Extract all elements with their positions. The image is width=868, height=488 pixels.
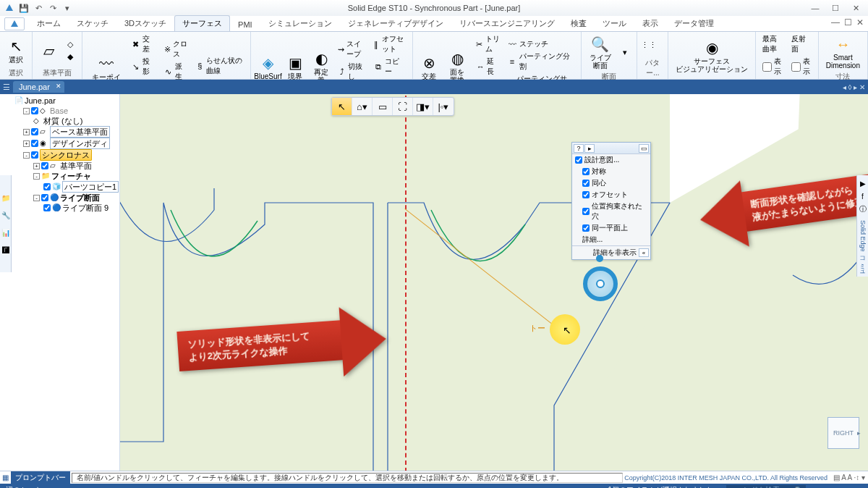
live-section-button[interactable]: 🔍ライブ断面 — [586, 33, 616, 71]
pattern-btn[interactable]: ⋮⋮ — [642, 40, 656, 51]
app-menu-button[interactable] — [3, 1, 16, 14]
lside-icon-4[interactable]: 🅵 — [1, 245, 10, 255]
tree-item[interactable]: +◉デザインボディ — [13, 138, 118, 149]
rside-youtube-icon[interactable]: ▶ — [858, 178, 867, 188]
view-cube[interactable]: RIGHT▸ — [827, 417, 859, 449]
ictb-more-icon[interactable]: |◦▾ — [433, 98, 454, 115]
app-icon[interactable] — [4, 17, 25, 30]
pathfinder-tree[interactable]: 📄June.par -◇Base ◇材質 (なし) +▱ベース基準平面 +◉デザ… — [12, 94, 120, 471]
tab-data[interactable]: データ管理 — [666, 15, 722, 31]
mdi-minimize-icon[interactable]: — — [831, 17, 840, 28]
rside-community-label[interactable]: Solid Edgeコミュ — [858, 217, 867, 274]
mod-extend[interactable]: ↔延長 — [474, 56, 502, 77]
ictb-fit-icon[interactable]: ⛶ — [393, 98, 413, 115]
plane-opt2[interactable]: ◆ — [63, 51, 77, 62]
surf-offset[interactable]: ‖オフセット — [371, 33, 409, 55]
di-row-offset[interactable]: オフセット — [572, 189, 650, 201]
mdi-restore-icon[interactable]: ☐ — [844, 17, 852, 28]
tree-item-selected[interactable]: -シンクロナス — [13, 149, 118, 161]
chk-curvature[interactable]: 最高曲率 — [760, 33, 786, 55]
tree-root[interactable]: 📄June.par — [13, 96, 118, 106]
curve-helix[interactable]: §らせん状の曲線 — [194, 55, 246, 77]
tab-tools[interactable]: ツール — [595, 15, 634, 31]
tree-item[interactable]: ◇材質 (なし) — [13, 116, 118, 126]
tab-3dsketch[interactable]: 3Dスケッチ — [116, 15, 174, 31]
document-tab[interactable]: June.par✕ — [13, 81, 64, 93]
tab-inspect[interactable]: 検査 — [563, 15, 595, 31]
di-row-detail[interactable]: 詳細... — [572, 234, 650, 245]
ictb-style-icon[interactable]: ◨▾ — [413, 98, 433, 115]
tab-home[interactable]: ホーム — [29, 15, 69, 31]
command-search[interactable]: コマンドを検索🔍 — [726, 485, 806, 488]
tree-item[interactable]: -◇Base — [13, 106, 118, 116]
rside-info-icon[interactable]: ⓘ — [858, 204, 867, 214]
select-button[interactable]: ↖選択 — [4, 33, 27, 67]
docstrip-nav[interactable]: ◂ ◊ ▸ ✕ — [843, 83, 865, 91]
tree-item[interactable]: 🔵ライブ断面 9 — [13, 203, 118, 213]
tab-simulation[interactable]: シミュレーション — [260, 15, 340, 31]
surf-sweep[interactable]: ⇝スイープ — [336, 38, 368, 60]
plane-button[interactable]: ▱ — [37, 33, 60, 67]
tab-reverse[interactable]: リバースエンジニアリング — [451, 15, 563, 31]
tab-surface[interactable]: サーフェス — [174, 15, 230, 31]
maximize-button[interactable]: ☐ — [826, 2, 845, 14]
qat-redo-icon[interactable]: ↷ — [46, 1, 59, 14]
curve-project[interactable]: ↘投影 — [129, 56, 158, 77]
ribbon-group-curve: 〰キーポイント ✖交差 ↘投影 ◯コンタ ※クロス ∿派生 ✂分割 §らせん状の… — [82, 32, 251, 79]
di-next-icon[interactable]: ▸ — [584, 144, 595, 153]
lside-icon-3[interactable]: 📊 — [1, 227, 10, 237]
svg-marker-1 — [11, 20, 18, 27]
chk-disp2[interactable]: 表示 — [789, 56, 813, 77]
ictb-view-icon[interactable]: ⌂▾ — [352, 98, 373, 115]
doc-tab-close-icon[interactable]: ✕ — [56, 83, 61, 90]
mod-parting-split[interactable]: ≡パーティング分割 — [505, 51, 576, 72]
wheel-knob[interactable] — [596, 255, 603, 262]
tree-item[interactable]: +▱ベース基準平面 — [13, 126, 118, 138]
tab-pmi[interactable]: PMI — [230, 17, 260, 31]
smart-dimension-button[interactable]: ↔Smart Dimension — [823, 33, 863, 71]
graphics-canvas[interactable]: ↖ ⌂▾ ▭ ⛶ ◨▾ |◦▾ ?▸ ▭ 設計意図... 対称 同心 オフセット… — [120, 94, 868, 471]
ictb-select-icon[interactable]: ↖ — [332, 98, 352, 115]
mod-stitch[interactable]: 〰ステッチ — [505, 38, 576, 50]
tab-generative[interactable]: ジェネレーティブデザイン — [340, 15, 451, 31]
di-title-row[interactable]: 設計意図... — [572, 154, 650, 166]
curve-intersect[interactable]: ✖交差 — [129, 33, 158, 55]
steering-wheel[interactable] — [577, 261, 624, 307]
mdi-close-icon[interactable]: ✕ — [856, 17, 864, 28]
tree-item[interactable]: -🔵ライブ断面 — [13, 193, 118, 203]
lside-icon-2[interactable]: 🔧 — [1, 210, 10, 220]
di-row-coplanar[interactable]: 同一平面上 — [572, 222, 650, 234]
minimize-button[interactable]: — — [806, 2, 825, 14]
di-row-concentric[interactable]: 同心 — [572, 177, 650, 189]
chk-disp1[interactable]: 表示 — [760, 56, 786, 77]
qat-save-icon[interactable]: 💾 — [17, 1, 30, 14]
cursor-icon: ↖ — [563, 324, 571, 336]
rside-fb-icon[interactable]: f — [858, 191, 867, 201]
tab-sketch[interactable]: スケッチ — [69, 15, 116, 31]
tree-item[interactable]: -📁フィーチャ — [13, 171, 118, 181]
ictb-window-icon[interactable]: ▭ — [373, 98, 393, 115]
close-button[interactable]: ✕ — [846, 2, 865, 14]
tab-view[interactable]: 表示 — [634, 15, 666, 31]
di-row-symmetric[interactable]: 対称 — [572, 166, 650, 177]
di-collapse-icon[interactable]: ▭ — [639, 144, 649, 153]
qat-dropdown-icon[interactable]: ▾ — [61, 1, 74, 14]
plane-opt1[interactable]: ◇ — [63, 38, 77, 50]
lside-icon-1[interactable]: 📁 — [1, 193, 10, 203]
section-opt[interactable]: ▾ — [618, 46, 632, 58]
wheel-center[interactable] — [596, 279, 605, 288]
design-intent-panel[interactable]: ?▸ ▭ 設計意図... 対称 同心 オフセット 位置拘束された穴 同一平面上 … — [571, 142, 651, 260]
promptbar-tools[interactable]: ▤ A A ·↕ ▾ — [830, 474, 868, 481]
ribbon-group-vis: ◉サーフェス ビジュアリゼーション — [668, 32, 756, 79]
tree-item[interactable]: 🧊パーツコピー1 — [13, 181, 118, 193]
mod-trim[interactable]: ✂トリム — [474, 33, 502, 55]
di-row-holes[interactable]: 位置拘束された穴 — [572, 201, 650, 222]
tree-item[interactable]: +▱基準平面 — [13, 161, 118, 171]
surf-visualization-button[interactable]: ◉サーフェス ビジュアリゼーション — [673, 33, 751, 77]
qat-undo-icon[interactable]: ↶ — [32, 1, 45, 14]
surf-copy[interactable]: ⧉コピー — [371, 56, 409, 77]
chk-reflect[interactable]: 反射面 — [789, 33, 813, 55]
di-up-icon[interactable]: « — [639, 248, 649, 257]
curve-cross[interactable]: ※クロス — [161, 38, 191, 60]
di-help-icon[interactable]: ? — [574, 144, 584, 153]
